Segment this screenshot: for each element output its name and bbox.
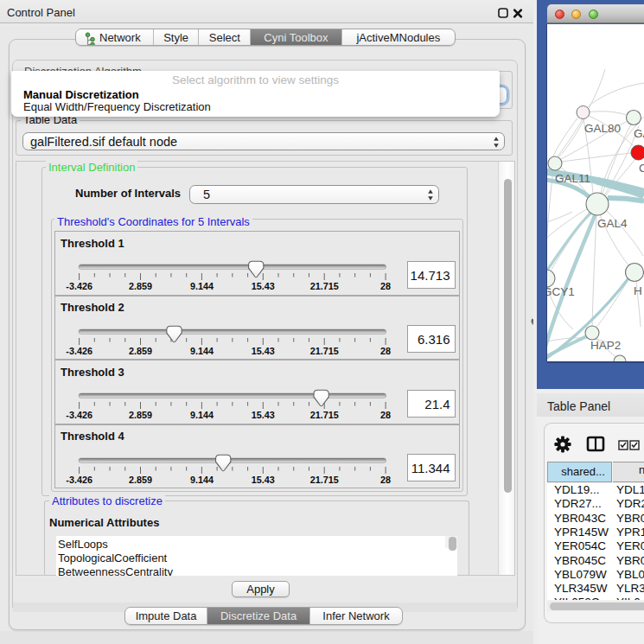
svg-text:2.859: 2.859 bbox=[129, 410, 152, 420]
svg-text:15.43: 15.43 bbox=[252, 281, 275, 291]
svg-text:9.144: 9.144 bbox=[190, 475, 214, 485]
svg-text:GCY1: GCY1 bbox=[547, 285, 575, 298]
svg-text:28: 28 bbox=[380, 475, 391, 485]
svg-text:H: H bbox=[634, 284, 642, 297]
svg-text:GAL4: GAL4 bbox=[597, 217, 628, 230]
svg-text:9.144: 9.144 bbox=[190, 410, 214, 420]
svg-text:9.144: 9.144 bbox=[190, 346, 214, 356]
svg-text:GAL80: GAL80 bbox=[584, 122, 621, 135]
svg-text:2.859: 2.859 bbox=[129, 475, 152, 485]
svg-text:15.43: 15.43 bbox=[252, 475, 275, 485]
svg-text:9.144: 9.144 bbox=[190, 281, 214, 291]
svg-text:15.43: 15.43 bbox=[252, 346, 275, 356]
svg-text:21.715: 21.715 bbox=[310, 410, 339, 420]
svg-text:-3.426: -3.426 bbox=[66, 281, 92, 291]
svg-text:GAL11: GAL11 bbox=[555, 172, 590, 185]
svg-text:-3.426: -3.426 bbox=[66, 475, 92, 485]
svg-text:28: 28 bbox=[380, 281, 391, 291]
svg-text:28: 28 bbox=[380, 346, 391, 356]
svg-text:-3.426: -3.426 bbox=[66, 346, 92, 356]
svg-text:2.859: 2.859 bbox=[129, 346, 152, 356]
svg-text:-3.426: -3.426 bbox=[66, 410, 92, 420]
svg-text:HAP2: HAP2 bbox=[590, 339, 621, 352]
svg-text:15.43: 15.43 bbox=[252, 410, 275, 420]
svg-text:21.715: 21.715 bbox=[310, 281, 339, 291]
svg-text:21.715: 21.715 bbox=[310, 475, 339, 485]
svg-text:21.715: 21.715 bbox=[310, 346, 339, 356]
svg-text:C: C bbox=[639, 162, 644, 175]
svg-text:2.859: 2.859 bbox=[129, 281, 152, 291]
svg-text:GA: GA bbox=[634, 127, 644, 140]
svg-text:28: 28 bbox=[380, 410, 391, 420]
